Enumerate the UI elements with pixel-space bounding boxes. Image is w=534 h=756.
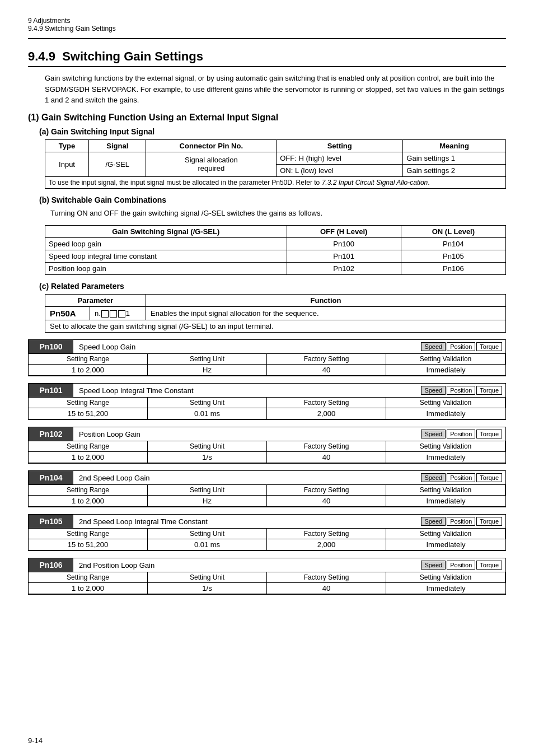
cell-value-factory_setting: 40 <box>267 583 386 594</box>
cell-label-setting_unit_label: Setting Unit <box>148 572 267 583</box>
param-block-pn104: Pn1042nd Speed Loop GainSpeedPositionTor… <box>28 470 506 507</box>
param-badges-pn105: SpeedPositionTorque <box>418 515 505 528</box>
cell-meaning-1: Gain settings 1 <box>403 152 506 164</box>
gain-row-1-on: Pn104 <box>401 238 505 250</box>
gain-row-2-on: Pn105 <box>401 250 505 263</box>
param-id-pn106: Pn106 <box>29 558 73 572</box>
page-number: 9-14 <box>28 736 43 745</box>
gain-row-3-on: Pn106 <box>401 263 505 275</box>
cell-label-setting_range_label: Setting Range <box>29 354 148 365</box>
table-b-container: Gain Switching Signal (/G-SEL) OFF (H Le… <box>45 225 506 275</box>
cell-label-factory_setting_label: Factory Setting <box>267 354 386 365</box>
gain-row-2-off: Pn101 <box>287 250 401 263</box>
cell-value-setting_unit: 1/s <box>148 452 267 463</box>
table-note: To use the input signal, the input signa… <box>45 176 506 188</box>
param-id-pn102: Pn102 <box>29 427 73 441</box>
param-name-pn104: 2nd Speed Loop Gain <box>73 471 418 484</box>
note-row: To use the input signal, the input signa… <box>45 176 506 188</box>
rel-param-note-row: Set to allocate the gain switching signa… <box>45 320 506 333</box>
table-row: Speed loop gain Pn100 Pn104 <box>45 238 506 250</box>
col-off: OFF (H Level) <box>287 226 401 238</box>
col-parameter: Parameter <box>45 295 146 307</box>
col-setting: Setting <box>277 139 403 152</box>
cell-value-setting_unit: Hz <box>148 365 267 376</box>
cell-label-setting_range_label: Setting Range <box>29 529 148 539</box>
cell-label-setting_validation_label: Setting Validation <box>386 572 505 583</box>
section-title: 9.4.9 Switching Gain Settings <box>28 49 506 67</box>
param-header-pn102: Pn102Position Loop GainSpeedPositionTorq… <box>29 427 505 441</box>
header-line1: 9 Adjustments <box>28 17 506 25</box>
badge-position: Position <box>447 430 475 438</box>
param-name-pn102: Position Loop Gain <box>73 427 418 441</box>
intro-text: Gain switching functions by the external… <box>45 73 506 106</box>
cell-label-setting_validation_label: Setting Validation <box>386 398 505 408</box>
cell-meaning-2: Gain settings 2 <box>403 164 506 176</box>
param-id-pn101: Pn101 <box>29 384 73 397</box>
cell-value-setting_unit: 1/s <box>148 583 267 594</box>
subsection1-title: (1) Gain Switching Function Using an Ext… <box>28 113 506 123</box>
param-header-pn100: Pn100Speed Loop GainSpeedPositionTorque <box>29 340 505 354</box>
cell-label-setting_unit_label: Setting Unit <box>148 441 267 452</box>
badge-position: Position <box>447 517 475 526</box>
badge-speed: Speed <box>421 561 446 570</box>
sub-c-title: (c) Related Parameters <box>39 282 506 291</box>
cell-label-setting_unit_label: Setting Unit <box>148 529 267 539</box>
param-badges-pn100: SpeedPositionTorque <box>418 340 505 353</box>
cell-value-setting_validation: Immediately <box>386 408 505 419</box>
param-badges-pn106: SpeedPositionTorque <box>418 558 505 572</box>
param-badges-pn104: SpeedPositionTorque <box>418 471 505 484</box>
param-details-pn104: Setting RangeSetting UnitFactory Setting… <box>29 485 505 507</box>
cell-label-factory_setting_label: Factory Setting <box>267 572 386 583</box>
param-block-pn106: Pn1062nd Position Loop GainSpeedPosition… <box>28 558 506 595</box>
cell-value-setting_validation: Immediately <box>386 539 505 550</box>
cell-label-setting_range_label: Setting Range <box>29 441 148 452</box>
badge-position: Position <box>447 342 475 351</box>
param-block-pn105: Pn1052nd Speed Loop Integral Time Consta… <box>28 514 506 551</box>
rel-param-id: Pn50A <box>45 307 90 320</box>
badge-torque: Torque <box>476 473 502 482</box>
table-a-container: Type Signal Connector Pin No. Setting Me… <box>45 139 506 189</box>
cell-value-setting_unit: 0.01 ms <box>148 408 267 419</box>
col-signal: Signal <box>89 139 146 152</box>
cell-connector: Signal allocationrequired <box>146 152 277 176</box>
param-blocks: Pn100Speed Loop GainSpeedPositionTorqueS… <box>28 339 506 595</box>
cell-value-factory_setting: 2,000 <box>267 408 386 419</box>
param-details-pn101: Setting RangeSetting UnitFactory Setting… <box>29 398 505 419</box>
square-1 <box>101 310 109 318</box>
cell-value-setting_validation: Immediately <box>386 365 505 376</box>
cell-value-setting_validation: Immediately <box>386 496 505 507</box>
cell-type: Input <box>45 152 89 176</box>
badge-torque: Torque <box>476 386 502 395</box>
param-details-pn105: Setting RangeSetting UnitFactory Setting… <box>29 529 505 550</box>
param-name-pn106: 2nd Position Loop Gain <box>73 558 418 572</box>
param-details-pn102: Setting RangeSetting UnitFactory Setting… <box>29 441 505 463</box>
cell-label-setting_unit_label: Setting Unit <box>148 354 267 365</box>
param-details-pn100: Setting RangeSetting UnitFactory Setting… <box>29 354 505 376</box>
param-name-pn101: Speed Loop Integral Time Constant <box>73 384 418 397</box>
col-meaning: Meaning <box>403 139 506 152</box>
col-on: ON (L Level) <box>401 226 505 238</box>
cell-value-factory_setting: 2,000 <box>267 539 386 550</box>
param-name-pn100: Speed Loop Gain <box>73 340 418 353</box>
cell-label-setting_unit_label: Setting Unit <box>148 398 267 408</box>
badge-speed: Speed <box>421 386 446 395</box>
table-b: Gain Switching Signal (/G-SEL) OFF (H Le… <box>45 225 506 275</box>
rel-param-note: Set to allocate the gain switching signa… <box>45 320 506 333</box>
cell-value-setting_range: 1 to 2,000 <box>29 365 148 376</box>
cell-label-setting_range_label: Setting Range <box>29 398 148 408</box>
param-block-pn102: Pn102Position Loop GainSpeedPositionTorq… <box>28 427 506 464</box>
cell-value-factory_setting: 40 <box>267 452 386 463</box>
param-header-pn101: Pn101Speed Loop Integral Time ConstantSp… <box>29 384 505 398</box>
cell-label-factory_setting_label: Factory Setting <box>267 485 386 496</box>
top-header: 9 Adjustments 9.4.9 Switching Gain Setti… <box>28 17 506 39</box>
cell-label-setting_unit_label: Setting Unit <box>148 485 267 496</box>
col-connector: Connector Pin No. <box>146 139 277 152</box>
badge-torque: Torque <box>476 517 502 526</box>
badge-speed: Speed <box>421 473 446 482</box>
rel-param-function: Enables the input signal allocation for … <box>146 307 506 320</box>
rel-param-container: Parameter Function Pn50A n.1 Enables the… <box>45 294 506 333</box>
param-id-pn105: Pn105 <box>29 515 73 528</box>
badge-torque: Torque <box>476 342 502 351</box>
cell-label-setting_validation_label: Setting Validation <box>386 441 505 452</box>
param-header-pn104: Pn1042nd Speed Loop GainSpeedPositionTor… <box>29 471 505 485</box>
